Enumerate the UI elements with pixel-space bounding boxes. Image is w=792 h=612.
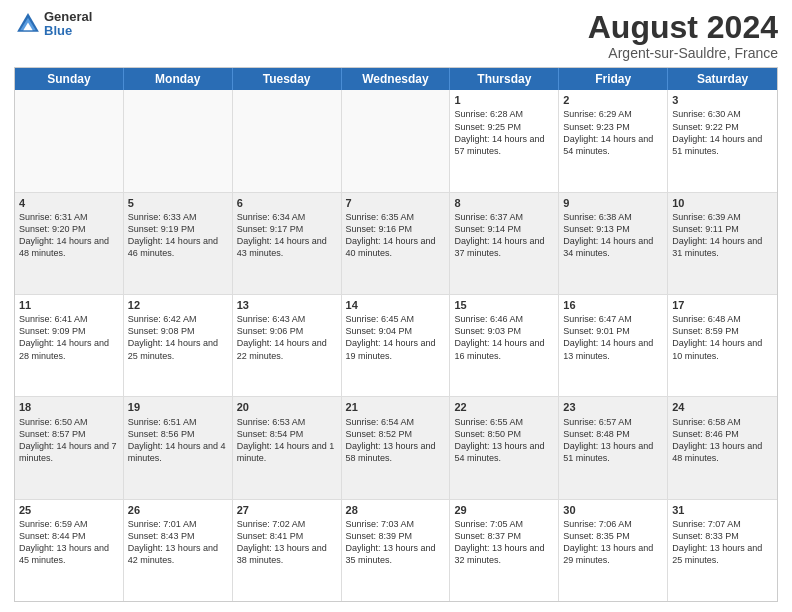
logo-general-text: General <box>44 9 92 24</box>
cal-cell-4-4: 29Sunrise: 7:05 AMSunset: 8:37 PMDayligh… <box>450 500 559 601</box>
logo-blue-text: Blue <box>44 23 72 38</box>
cell-info-11: Sunrise: 6:41 AMSunset: 9:09 PMDaylight:… <box>19 313 119 362</box>
day-number-15: 15 <box>454 298 554 312</box>
cell-info-19: Sunrise: 6:51 AMSunset: 8:56 PMDaylight:… <box>128 416 228 465</box>
header-monday: Monday <box>124 68 233 90</box>
cell-info-2: Sunrise: 6:29 AMSunset: 9:23 PMDaylight:… <box>563 108 663 157</box>
title-block: August 2024 Argent-sur-Sauldre, France <box>588 10 778 61</box>
page: General Blue August 2024 Argent-sur-Saul… <box>0 0 792 612</box>
cal-cell-3-6: 24Sunrise: 6:58 AMSunset: 8:46 PMDayligh… <box>668 397 777 498</box>
day-number-20: 20 <box>237 400 337 414</box>
day-number-28: 28 <box>346 503 446 517</box>
cell-info-7: Sunrise: 6:35 AMSunset: 9:16 PMDaylight:… <box>346 211 446 260</box>
cal-cell-0-3 <box>342 90 451 191</box>
day-number-4: 4 <box>19 196 119 210</box>
day-number-25: 25 <box>19 503 119 517</box>
cal-cell-0-6: 3Sunrise: 6:30 AMSunset: 9:22 PMDaylight… <box>668 90 777 191</box>
day-number-1: 1 <box>454 93 554 107</box>
month-year-title: August 2024 <box>588 10 778 45</box>
cal-cell-1-0: 4Sunrise: 6:31 AMSunset: 9:20 PMDaylight… <box>15 193 124 294</box>
header-sunday: Sunday <box>15 68 124 90</box>
cal-cell-4-5: 30Sunrise: 7:06 AMSunset: 8:35 PMDayligh… <box>559 500 668 601</box>
cal-cell-4-1: 26Sunrise: 7:01 AMSunset: 8:43 PMDayligh… <box>124 500 233 601</box>
cell-info-29: Sunrise: 7:05 AMSunset: 8:37 PMDaylight:… <box>454 518 554 567</box>
cell-info-4: Sunrise: 6:31 AMSunset: 9:20 PMDaylight:… <box>19 211 119 260</box>
day-number-9: 9 <box>563 196 663 210</box>
location-subtitle: Argent-sur-Sauldre, France <box>588 45 778 61</box>
cal-cell-4-3: 28Sunrise: 7:03 AMSunset: 8:39 PMDayligh… <box>342 500 451 601</box>
cell-info-10: Sunrise: 6:39 AMSunset: 9:11 PMDaylight:… <box>672 211 773 260</box>
cell-info-28: Sunrise: 7:03 AMSunset: 8:39 PMDaylight:… <box>346 518 446 567</box>
cal-cell-3-0: 18Sunrise: 6:50 AMSunset: 8:57 PMDayligh… <box>15 397 124 498</box>
calendar-body: 1Sunrise: 6:28 AMSunset: 9:25 PMDaylight… <box>15 90 777 601</box>
header-friday: Friday <box>559 68 668 90</box>
cal-cell-4-0: 25Sunrise: 6:59 AMSunset: 8:44 PMDayligh… <box>15 500 124 601</box>
day-number-23: 23 <box>563 400 663 414</box>
day-number-22: 22 <box>454 400 554 414</box>
cell-info-1: Sunrise: 6:28 AMSunset: 9:25 PMDaylight:… <box>454 108 554 157</box>
cal-cell-4-6: 31Sunrise: 7:07 AMSunset: 8:33 PMDayligh… <box>668 500 777 601</box>
day-number-26: 26 <box>128 503 228 517</box>
cell-info-27: Sunrise: 7:02 AMSunset: 8:41 PMDaylight:… <box>237 518 337 567</box>
cal-cell-1-1: 5Sunrise: 6:33 AMSunset: 9:19 PMDaylight… <box>124 193 233 294</box>
day-number-14: 14 <box>346 298 446 312</box>
cal-cell-2-0: 11Sunrise: 6:41 AMSunset: 9:09 PMDayligh… <box>15 295 124 396</box>
day-number-6: 6 <box>237 196 337 210</box>
calendar-header: Sunday Monday Tuesday Wednesday Thursday… <box>15 68 777 90</box>
cal-cell-0-1 <box>124 90 233 191</box>
day-number-18: 18 <box>19 400 119 414</box>
header-thursday: Thursday <box>450 68 559 90</box>
cal-cell-1-6: 10Sunrise: 6:39 AMSunset: 9:11 PMDayligh… <box>668 193 777 294</box>
day-number-7: 7 <box>346 196 446 210</box>
cal-cell-3-5: 23Sunrise: 6:57 AMSunset: 8:48 PMDayligh… <box>559 397 668 498</box>
cell-info-17: Sunrise: 6:48 AMSunset: 8:59 PMDaylight:… <box>672 313 773 362</box>
cal-row-1: 4Sunrise: 6:31 AMSunset: 9:20 PMDaylight… <box>15 193 777 295</box>
cell-info-15: Sunrise: 6:46 AMSunset: 9:03 PMDaylight:… <box>454 313 554 362</box>
cal-cell-4-2: 27Sunrise: 7:02 AMSunset: 8:41 PMDayligh… <box>233 500 342 601</box>
cal-cell-0-2 <box>233 90 342 191</box>
cell-info-26: Sunrise: 7:01 AMSunset: 8:43 PMDaylight:… <box>128 518 228 567</box>
cell-info-18: Sunrise: 6:50 AMSunset: 8:57 PMDaylight:… <box>19 416 119 465</box>
header: General Blue August 2024 Argent-sur-Saul… <box>14 10 778 61</box>
cal-cell-3-2: 20Sunrise: 6:53 AMSunset: 8:54 PMDayligh… <box>233 397 342 498</box>
cell-info-5: Sunrise: 6:33 AMSunset: 9:19 PMDaylight:… <box>128 211 228 260</box>
cell-info-3: Sunrise: 6:30 AMSunset: 9:22 PMDaylight:… <box>672 108 773 157</box>
cal-cell-0-0 <box>15 90 124 191</box>
header-tuesday: Tuesday <box>233 68 342 90</box>
cell-info-22: Sunrise: 6:55 AMSunset: 8:50 PMDaylight:… <box>454 416 554 465</box>
cal-cell-3-4: 22Sunrise: 6:55 AMSunset: 8:50 PMDayligh… <box>450 397 559 498</box>
cal-row-2: 11Sunrise: 6:41 AMSunset: 9:09 PMDayligh… <box>15 295 777 397</box>
cal-row-0: 1Sunrise: 6:28 AMSunset: 9:25 PMDaylight… <box>15 90 777 192</box>
day-number-11: 11 <box>19 298 119 312</box>
cal-cell-2-5: 16Sunrise: 6:47 AMSunset: 9:01 PMDayligh… <box>559 295 668 396</box>
cal-row-3: 18Sunrise: 6:50 AMSunset: 8:57 PMDayligh… <box>15 397 777 499</box>
day-number-21: 21 <box>346 400 446 414</box>
cal-cell-1-2: 6Sunrise: 6:34 AMSunset: 9:17 PMDaylight… <box>233 193 342 294</box>
cal-cell-1-4: 8Sunrise: 6:37 AMSunset: 9:14 PMDaylight… <box>450 193 559 294</box>
cal-cell-1-5: 9Sunrise: 6:38 AMSunset: 9:13 PMDaylight… <box>559 193 668 294</box>
cell-info-20: Sunrise: 6:53 AMSunset: 8:54 PMDaylight:… <box>237 416 337 465</box>
header-wednesday: Wednesday <box>342 68 451 90</box>
cal-cell-0-5: 2Sunrise: 6:29 AMSunset: 9:23 PMDaylight… <box>559 90 668 191</box>
day-number-27: 27 <box>237 503 337 517</box>
day-number-13: 13 <box>237 298 337 312</box>
calendar: Sunday Monday Tuesday Wednesday Thursday… <box>14 67 778 602</box>
cell-info-12: Sunrise: 6:42 AMSunset: 9:08 PMDaylight:… <box>128 313 228 362</box>
cell-info-21: Sunrise: 6:54 AMSunset: 8:52 PMDaylight:… <box>346 416 446 465</box>
cell-info-6: Sunrise: 6:34 AMSunset: 9:17 PMDaylight:… <box>237 211 337 260</box>
day-number-24: 24 <box>672 400 773 414</box>
cal-cell-2-6: 17Sunrise: 6:48 AMSunset: 8:59 PMDayligh… <box>668 295 777 396</box>
cell-info-8: Sunrise: 6:37 AMSunset: 9:14 PMDaylight:… <box>454 211 554 260</box>
day-number-3: 3 <box>672 93 773 107</box>
logo: General Blue <box>14 10 92 39</box>
cal-cell-3-3: 21Sunrise: 6:54 AMSunset: 8:52 PMDayligh… <box>342 397 451 498</box>
cal-cell-2-4: 15Sunrise: 6:46 AMSunset: 9:03 PMDayligh… <box>450 295 559 396</box>
cell-info-13: Sunrise: 6:43 AMSunset: 9:06 PMDaylight:… <box>237 313 337 362</box>
cal-row-4: 25Sunrise: 6:59 AMSunset: 8:44 PMDayligh… <box>15 500 777 601</box>
logo-text: General Blue <box>44 10 92 39</box>
day-number-16: 16 <box>563 298 663 312</box>
day-number-12: 12 <box>128 298 228 312</box>
day-number-5: 5 <box>128 196 228 210</box>
cell-info-25: Sunrise: 6:59 AMSunset: 8:44 PMDaylight:… <box>19 518 119 567</box>
cell-info-24: Sunrise: 6:58 AMSunset: 8:46 PMDaylight:… <box>672 416 773 465</box>
